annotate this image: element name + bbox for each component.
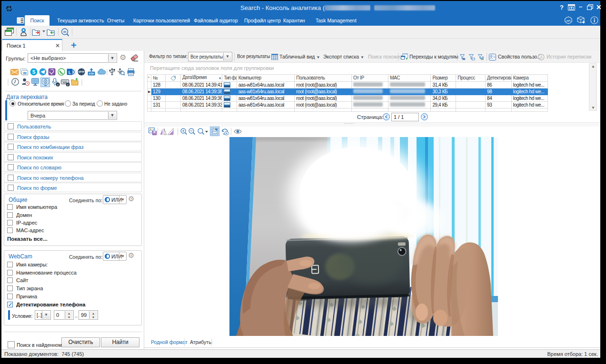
- svg-text:L: L: [69, 70, 71, 75]
- svg-text:S: S: [32, 69, 36, 75]
- svg-text:FTP: FTP: [89, 72, 94, 75]
- svg-text:API: API: [566, 20, 571, 22]
- svg-text:ID: ID: [63, 30, 67, 33]
- svg-text:IM: IM: [23, 71, 26, 75]
- svg-text:i: i: [68, 83, 69, 86]
- svg-text:HTTP: HTTP: [79, 71, 84, 73]
- svg-text:i: i: [58, 83, 59, 86]
